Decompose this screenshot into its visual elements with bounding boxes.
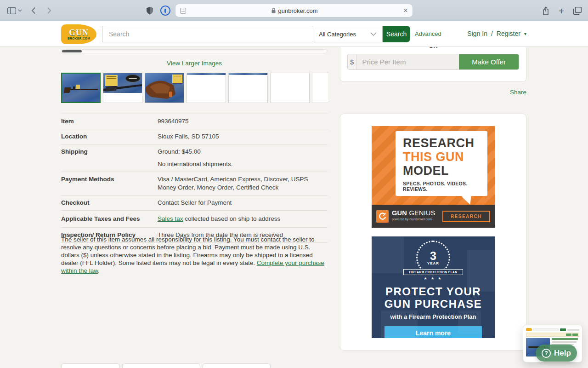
row-label: Payment Methods xyxy=(61,175,158,192)
ad-headline: GUN PURCHASE xyxy=(372,298,495,310)
register-caret-icon: ▾ xyxy=(524,31,526,36)
search-input[interactable] xyxy=(102,26,313,42)
category-dropdown[interactable]: All Categories xyxy=(313,26,383,42)
mini-search-bar xyxy=(533,328,559,331)
share-icon[interactable] xyxy=(542,6,549,15)
row-value: Sioux Falls, SD 57105 xyxy=(158,132,328,141)
badge-ribbon: FIREARM PROTECTION PLAN xyxy=(403,269,463,275)
thumbnail-loading[interactable] xyxy=(187,73,226,103)
mini-alert-banner xyxy=(526,333,579,337)
mini-title-line xyxy=(552,338,578,340)
gun-genius-bar: GUN GENIUS powered by GunBroker.com RESE… xyxy=(372,205,495,228)
badge-number: 3 xyxy=(430,250,436,261)
garys-badge xyxy=(125,75,140,82)
gun-genius-brand: GUN GENIUS xyxy=(392,210,435,216)
thumbnail-loading[interactable] xyxy=(228,73,268,103)
help-button-label: Help xyxy=(554,349,571,358)
ads-panel: RESEARCH THIS GUN MODEL SPECS. PHOTOS. V… xyxy=(340,114,526,351)
ad-bg-tile xyxy=(372,236,404,273)
bottom-tab[interactable] xyxy=(122,363,200,368)
gun-genius-logo-icon xyxy=(376,210,389,223)
auth-divider: / xyxy=(491,30,493,37)
row-value: Contact Seller for Payment xyxy=(158,199,328,207)
row-label: Checkout xyxy=(61,199,158,207)
logo-text-broker: BROKER.COM xyxy=(68,37,90,40)
row-label: Applicable Taxes and Fees xyxy=(61,215,158,223)
bottom-tab[interactable] xyxy=(61,363,120,368)
table-row: Shipping Ground: $45.00 No international… xyxy=(61,144,328,172)
row-value: Sales tax collected based on ship to add… xyxy=(158,215,328,223)
password-manager-icon[interactable] xyxy=(160,6,170,16)
lock-icon xyxy=(271,8,276,13)
advanced-search-link[interactable]: Advanced xyxy=(415,30,441,37)
table-row: Item 993640975 xyxy=(61,114,328,129)
reader-extension-icon[interactable] xyxy=(180,8,186,14)
thumbnail-strip xyxy=(61,73,328,103)
gallery-scrollbar-track[interactable] xyxy=(61,49,328,53)
ad-bg-tile xyxy=(458,310,481,334)
logo-text-gun: GUN xyxy=(69,29,89,37)
ad-bg-tile xyxy=(381,310,418,338)
tab-overview-icon[interactable] xyxy=(573,7,582,15)
new-tab-icon[interactable]: + xyxy=(559,6,564,16)
share-link[interactable]: Share xyxy=(340,89,526,96)
sidebar-chevron-icon[interactable] xyxy=(18,9,22,12)
table-row: Applicable Taxes and Fees Sales tax coll… xyxy=(61,210,328,227)
row-value: Ground: $45.00 No international shipment… xyxy=(158,148,328,168)
row-label: Shipping xyxy=(61,148,158,168)
bottom-tab[interactable] xyxy=(203,363,271,368)
auth-links: Sign In / Register ▾ xyxy=(467,30,526,37)
view-larger-images-link[interactable]: View Larger Images xyxy=(61,60,328,67)
chevron-down-icon xyxy=(370,32,377,36)
thumbnail-empty[interactable] xyxy=(270,73,310,103)
search-button[interactable]: Search xyxy=(383,26,410,42)
url-text: gunbroker.com xyxy=(278,7,317,14)
row-label: Item xyxy=(61,117,158,126)
gun-genius-powered: powered by GunBroker.com xyxy=(392,216,435,222)
help-button[interactable]: ? Help xyxy=(536,345,577,362)
make-offer-button[interactable]: Make Offer xyxy=(459,54,519,69)
badge-unit: YEAR xyxy=(427,261,439,265)
sidebar-toggle-icon[interactable] xyxy=(7,7,16,14)
mini-search-button xyxy=(560,328,566,331)
price-per-item-input[interactable] xyxy=(356,54,459,69)
bottom-tab-strip xyxy=(61,363,271,368)
thumbnail-empty[interactable] xyxy=(312,73,328,103)
thumbnail-receiver[interactable] xyxy=(103,73,142,103)
privacy-shield-icon[interactable] xyxy=(146,6,153,15)
help-question-icon: ? xyxy=(542,349,551,358)
browser-toolbar: gunbroker.com ✕ + xyxy=(0,0,588,21)
shipping-note: No international shipments. xyxy=(158,160,328,168)
sales-tax-link[interactable]: Sales tax xyxy=(158,215,183,222)
category-dropdown-value: All Categories xyxy=(319,31,356,38)
register-link[interactable]: Register xyxy=(497,30,520,37)
table-row: Payment Methods Visa / MasterCard, Ameri… xyxy=(61,172,328,195)
research-button[interactable]: RESEARCH xyxy=(442,211,490,222)
table-row: Checkout Contact Seller for Payment xyxy=(61,195,328,210)
item-details-table: Item 993640975 Location Sioux Falls, SD … xyxy=(61,114,328,243)
address-bar[interactable]: gunbroker.com ✕ xyxy=(175,4,413,17)
offer-input-group: $ Make Offer xyxy=(347,54,519,70)
protection-plan-ad[interactable]: 3 YEAR FIREARM PROTECTION PLAN ★ ★ ★ PRO… xyxy=(372,236,495,338)
stop-loading-icon[interactable]: ✕ xyxy=(403,7,408,14)
back-icon[interactable] xyxy=(31,7,36,14)
mini-nav-links xyxy=(567,329,579,331)
row-value: Visa / MasterCard, American Express, Dis… xyxy=(158,175,328,192)
currency-prefix: $ xyxy=(348,54,356,69)
gunbroker-logo[interactable]: GUN BROKER.COM xyxy=(61,24,96,44)
lot-number-note xyxy=(172,75,182,83)
lot-number-note xyxy=(105,75,118,86)
forward-icon[interactable] xyxy=(47,7,51,14)
thumbnail-stock[interactable] xyxy=(145,73,184,103)
sign-in-link[interactable]: Sign In xyxy=(467,30,487,37)
gallery-scrollbar-thumb[interactable] xyxy=(62,50,82,52)
ad-headline: RESEARCH xyxy=(403,136,487,150)
speech-bubble: RESEARCH THIS GUN MODEL SPECS. PHOTOS. V… xyxy=(396,131,487,196)
seller-disclaimer: The seller of this item assumes all resp… xyxy=(61,236,328,275)
thumbnail-rifle[interactable] xyxy=(61,73,101,103)
gun-genius-ad[interactable]: RESEARCH THIS GUN MODEL SPECS. PHOTOS. V… xyxy=(372,126,495,228)
mini-logo xyxy=(526,328,532,331)
site-header: GUN BROKER.COM All Categories Search Adv… xyxy=(0,21,588,47)
ad-headline: MODEL xyxy=(403,164,487,178)
ad-headline: THIS GUN xyxy=(403,150,487,164)
